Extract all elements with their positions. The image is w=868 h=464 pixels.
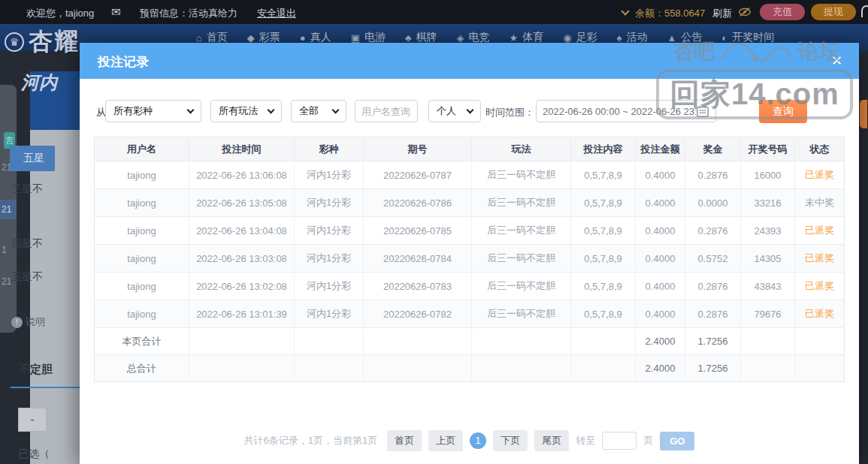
lottery-type-select[interactable]: 所有彩种 — [105, 100, 201, 122]
chevron-down-icon — [268, 107, 275, 114]
next-page-button[interactable]: 下页 — [493, 430, 528, 451]
table-cell: 20220626-0785 — [364, 217, 472, 245]
page-unit-label: 页 — [643, 434, 653, 447]
chevron-down-icon[interactable] — [621, 7, 629, 15]
modal-header: 投注记录 ✕ — [80, 43, 859, 79]
column-header: 奖金 — [685, 137, 741, 161]
reserved-notice: 预留信息：活动真给力 — [140, 7, 237, 20]
brand[interactable]: ♛ 杏耀 — [5, 26, 80, 59]
brand-name: 杏耀 — [29, 26, 80, 59]
table-cell: 后三一码不定胆 — [472, 273, 571, 300]
goto-page-input[interactable] — [602, 432, 637, 450]
table-cell: 33216 — [741, 189, 795, 217]
prev-page-button[interactable]: 上页 — [428, 430, 463, 451]
go-button[interactable]: GO — [660, 432, 694, 450]
table-cell: 20220626-0783 — [364, 273, 472, 300]
mail-icon[interactable]: ✉ — [111, 5, 121, 19]
calendar-icon[interactable] — [696, 104, 709, 118]
table-cell: 河内1分彩 — [295, 217, 364, 245]
table-row: tajiong2022-06-26 13:01:39河内1分彩20220626-… — [95, 300, 845, 328]
table-cell: 后三一码不定胆 — [472, 245, 571, 273]
person-select[interactable]: 个人 — [428, 100, 481, 122]
balance-label: 余额： — [635, 8, 664, 19]
esports-icon: ◈ — [457, 32, 464, 44]
minus-button[interactable]: - — [18, 408, 47, 432]
summary-cell — [189, 328, 295, 355]
floating-button-edge[interactable] — [860, 100, 867, 128]
table-cell: 河内1分彩 — [295, 300, 364, 328]
time-range-label: 时间范围： — [485, 106, 534, 119]
column-header: 投注内容 — [571, 137, 636, 161]
pagination: 共计6条记录，1页，当前第1页 首页 上页 1 下页 尾页 转至 页 GO — [80, 430, 859, 451]
table-cell: 0.4000 — [636, 161, 685, 189]
table-cell: 2022-06-26 13:05:08 — [189, 189, 295, 217]
balance-value: 558.0647 — [664, 8, 705, 19]
table-cell: 河内1分彩 — [295, 189, 364, 217]
summary-cell — [741, 355, 795, 382]
search-button[interactable]: 查询 — [759, 100, 807, 123]
summary-cell — [571, 328, 636, 355]
table-cell: 后三一码不定胆 — [472, 217, 571, 245]
column-header: 投注时间 — [189, 137, 295, 161]
headset-icon[interactable] — [861, 5, 868, 17]
welcome-text: 欢迎您，tajiong — [26, 7, 94, 20]
gift-icon: ♠ — [617, 32, 622, 44]
game-menu-item[interactable]: 三星不 — [11, 182, 43, 196]
scope-select[interactable]: 全部 — [291, 100, 346, 122]
table-cell: 2022-06-26 13:06:08 — [189, 161, 295, 189]
slots-icon: ▣ — [351, 32, 360, 44]
table-cell: 2022-06-26 13:01:39 — [189, 300, 295, 328]
table-cell: 后三一码不定胆 — [472, 300, 571, 328]
crown-logo-icon: ♛ — [5, 32, 24, 52]
withdraw-button[interactable]: 提现 — [811, 4, 856, 20]
eye-slash-icon[interactable] — [738, 6, 752, 18]
time-range-field[interactable] — [536, 100, 716, 122]
table-cell: 79676 — [741, 300, 795, 328]
table-cell: 0.2876 — [685, 217, 741, 245]
game-menu-item-active[interactable]: 五星 — [10, 146, 55, 171]
last-page-button[interactable]: 尾页 — [534, 430, 569, 451]
table-cell: tajiong — [95, 217, 189, 245]
table-row: tajiong2022-06-26 13:05:08河内1分彩20220626-… — [95, 189, 845, 217]
megaphone-icon: ▲ — [667, 32, 676, 44]
chevron-down-icon — [467, 107, 474, 114]
table-cell: 0,5,7,8,9 — [571, 273, 636, 300]
column-header: 状态 — [795, 137, 845, 161]
first-page-button[interactable]: 首页 — [387, 430, 422, 451]
scope-value: 全部 — [299, 104, 319, 118]
username-search-input[interactable] — [355, 100, 418, 122]
recharge-button[interactable]: 充值 — [760, 4, 805, 20]
table-row: tajiong2022-06-26 13:02:08河内1分彩20220626-… — [95, 273, 845, 300]
game-note[interactable]: !说明 — [11, 315, 45, 329]
refresh-button[interactable]: 刷新 — [712, 7, 732, 20]
logout-link[interactable]: 安全退出 — [257, 7, 296, 20]
cards-icon: ♣ — [405, 32, 412, 44]
lottery-type-value: 所有彩种 — [113, 104, 153, 118]
table-cell: 河内1分彩 — [295, 161, 364, 189]
close-icon[interactable]: ✕ — [831, 53, 842, 69]
summary-row: 本页合计2.40001.7256 — [95, 328, 845, 355]
current-page-button[interactable]: 1 — [470, 432, 486, 449]
time-range-input[interactable] — [543, 106, 696, 117]
table-cell: tajiong — [95, 161, 189, 189]
modal-title: 投注记录 — [98, 53, 149, 71]
table-cell: 后三一码不定胆 — [472, 189, 571, 217]
table-cell: 0.4000 — [636, 245, 685, 273]
table-cell: 后三一码不定胆 — [472, 161, 571, 189]
bet-records-modal: 投注记录 ✕ 从 所有彩种 所有玩法 全部 个人 时间范围： — [80, 43, 859, 464]
person-value: 个人 — [437, 104, 456, 118]
table-cell: tajiong — [95, 300, 189, 328]
table-cell: 24393 — [741, 217, 795, 245]
status-badge: 未中奖 — [795, 189, 845, 217]
table-cell: 20220626-0782 — [364, 300, 472, 328]
game-menu-item[interactable]: 五星不 — [11, 270, 43, 284]
table-cell: 0.4000 — [636, 300, 685, 328]
table-cell: 0.2876 — [685, 273, 741, 300]
summary-cell — [571, 355, 636, 382]
table-cell: 43843 — [741, 273, 795, 300]
game-menu-item[interactable]: 四星不 — [11, 237, 43, 251]
summary-cell — [295, 355, 364, 382]
play-type-select[interactable]: 所有玩法 — [210, 100, 282, 122]
status-badge: 已派奖 — [795, 245, 845, 273]
column-header: 玩法 — [472, 137, 571, 161]
